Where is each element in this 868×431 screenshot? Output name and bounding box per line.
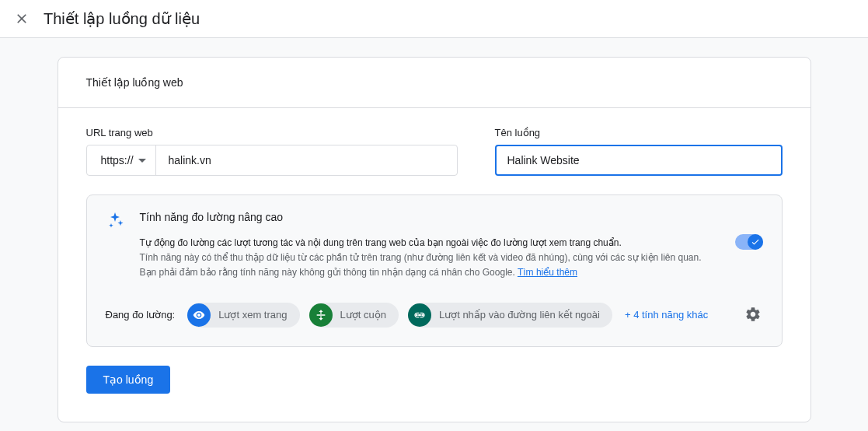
- page-header: Thiết lập luồng dữ liệu: [0, 0, 868, 38]
- enhanced-note: Tính năng này có thể thu thập dữ liệu từ…: [140, 251, 720, 280]
- protocol-select[interactable]: https://: [87, 145, 156, 175]
- measuring-row: Đang đo lường: Lượt xem trang Lượt cuộn: [106, 303, 763, 328]
- close-icon[interactable]: [12, 9, 31, 28]
- settings-button[interactable]: [744, 306, 763, 324]
- enhanced-title: Tính năng đo lường nâng cao: [140, 211, 720, 223]
- url-field-group: URL trang web https://: [86, 127, 458, 176]
- url-input-wrapper: https://: [86, 145, 458, 176]
- scroll-icon: [309, 303, 333, 327]
- url-label: URL trang web: [86, 127, 458, 138]
- protocol-value: https://: [101, 154, 134, 166]
- toggle-thumb: [748, 234, 763, 250]
- page-title: Thiết lập luồng dữ liệu: [44, 9, 200, 28]
- measurement-chip-scroll: Lượt cuộn: [309, 303, 399, 328]
- enhanced-toggle[interactable]: [735, 234, 763, 250]
- measurement-chip-pageview: Lượt xem trang: [187, 303, 299, 328]
- gear-icon: [744, 306, 762, 323]
- chip-label: Lượt cuộn: [340, 309, 386, 321]
- url-input[interactable]: [156, 145, 457, 175]
- check-icon: [751, 237, 760, 247]
- enhanced-description: Tự động đo lường các lượt tương tác và n…: [140, 236, 720, 251]
- chevron-down-icon: [138, 159, 146, 163]
- form-row: URL trang web https:// Tên luồng: [86, 127, 783, 176]
- create-stream-button[interactable]: Tạo luồng: [86, 366, 171, 394]
- eye-icon: [187, 303, 211, 327]
- measurement-chip-outbound: Lượt nhấp vào đường liên kết ngoài: [408, 303, 612, 328]
- sparkle-icon: [106, 211, 124, 230]
- stream-name-group: Tên luồng: [495, 127, 783, 176]
- stream-name-input[interactable]: [495, 145, 783, 176]
- chip-label: Lượt xem trang: [218, 309, 287, 321]
- measuring-label: Đang đo lường:: [106, 309, 176, 321]
- card-section-title: Thiết lập luồng web: [58, 58, 810, 108]
- stream-name-label: Tên luồng: [495, 127, 783, 138]
- more-features-link[interactable]: + 4 tính năng khác: [625, 309, 708, 321]
- learn-more-link[interactable]: Tìm hiểu thêm: [518, 267, 577, 278]
- chip-label: Lượt nhấp vào đường liên kết ngoài: [439, 309, 600, 321]
- link-icon: [408, 303, 431, 327]
- enhanced-measurement-card: Tính năng đo lường nâng cao Tự động đo l…: [86, 194, 783, 347]
- setup-card: Thiết lập luồng web URL trang web https:…: [58, 57, 811, 422]
